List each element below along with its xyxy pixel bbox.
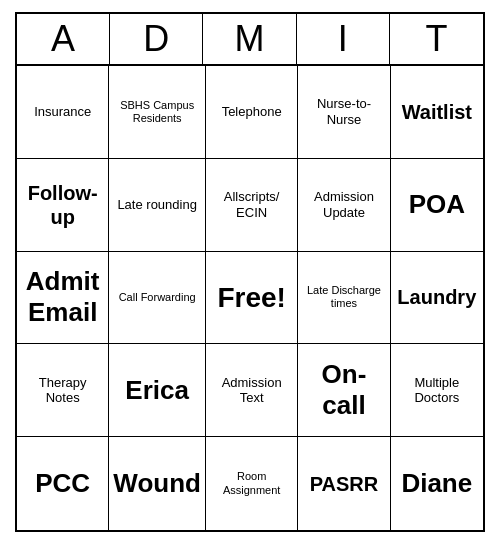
bingo-cell: SBHS Campus Residents (109, 66, 206, 159)
bingo-cell: Erica (109, 344, 206, 437)
header-letter: M (203, 14, 296, 64)
bingo-cell: Admission Update (298, 159, 390, 252)
header-letter: A (17, 14, 110, 64)
header-letter: D (110, 14, 203, 64)
bingo-cell: Room Assignment (206, 437, 298, 530)
bingo-cell: PASRR (298, 437, 390, 530)
bingo-cell: Multiple Doctors (391, 344, 483, 437)
bingo-cell: Allscripts/ ECIN (206, 159, 298, 252)
bingo-cell: POA (391, 159, 483, 252)
bingo-cell: PCC (17, 437, 109, 530)
bingo-cell: Free! (206, 252, 298, 345)
bingo-cell: Call Forwarding (109, 252, 206, 345)
header-row: ADMIT (17, 14, 483, 66)
bingo-cell: Wound (109, 437, 206, 530)
bingo-cell: Nurse-to-Nurse (298, 66, 390, 159)
bingo-cell: Admission Text (206, 344, 298, 437)
bingo-cell: On-call (298, 344, 390, 437)
bingo-cell: Therapy Notes (17, 344, 109, 437)
bingo-cell: Insurance (17, 66, 109, 159)
header-letter: T (390, 14, 483, 64)
bingo-card: ADMIT InsuranceSBHS Campus ResidentsTele… (15, 12, 485, 532)
bingo-cell: Follow-up (17, 159, 109, 252)
bingo-grid: InsuranceSBHS Campus ResidentsTelephoneN… (17, 66, 483, 530)
bingo-cell: Laundry (391, 252, 483, 345)
bingo-cell: Diane (391, 437, 483, 530)
bingo-cell: Waitlist (391, 66, 483, 159)
bingo-cell: Late rounding (109, 159, 206, 252)
bingo-cell: Telephone (206, 66, 298, 159)
bingo-cell: Admit Email (17, 252, 109, 345)
header-letter: I (297, 14, 390, 64)
bingo-cell: Late Discharge times (298, 252, 390, 345)
